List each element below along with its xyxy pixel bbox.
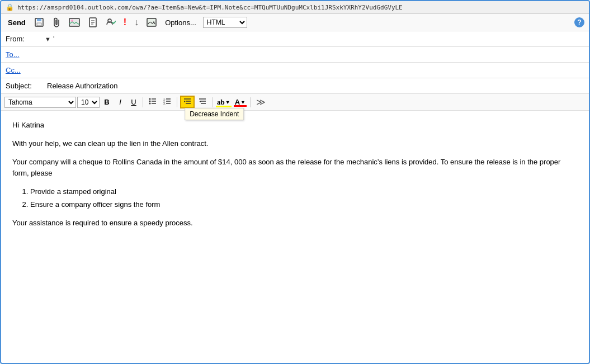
svg-rect-10 bbox=[147, 18, 156, 26]
cc-row: Cc... bbox=[1, 63, 589, 78]
to-label[interactable]: To... bbox=[6, 50, 45, 59]
priority-high-icon[interactable]: ! bbox=[122, 16, 128, 29]
separator-2 bbox=[177, 97, 177, 107]
from-value: ' bbox=[51, 34, 584, 44]
priority-low-icon[interactable]: ↓ bbox=[133, 16, 140, 29]
svg-text:3.: 3. bbox=[163, 102, 166, 105]
lock-icon: 🔒 bbox=[6, 3, 14, 11]
list-item-1: Provide a stamped original bbox=[30, 186, 578, 198]
url-text: https://amsprd0104.outlook.com/owa/?ae=I… bbox=[17, 4, 403, 11]
main-toolbar: Send bbox=[1, 14, 589, 31]
increase-indent-button[interactable] bbox=[180, 96, 195, 108]
svg-point-15 bbox=[149, 103, 151, 105]
separator-4 bbox=[250, 97, 251, 107]
bold-button[interactable]: B bbox=[101, 97, 113, 107]
ordered-list-button[interactable]: 1. 2. 3. bbox=[161, 96, 174, 108]
address-bar: 🔒 https://amsprd0104.outlook.com/owa/?ae… bbox=[1, 1, 589, 14]
address-book-icon[interactable] bbox=[86, 16, 100, 29]
body-line: Your company will a cheque to Rollins Ca… bbox=[12, 157, 578, 180]
to-input[interactable] bbox=[45, 49, 584, 60]
unordered-list-button[interactable] bbox=[146, 96, 159, 108]
save-icon[interactable] bbox=[32, 16, 46, 29]
compose-window: Send bbox=[1, 14, 589, 278]
cc-label[interactable]: Cc... bbox=[6, 66, 45, 74]
browser-window: 🔒 https://amsprd0104.outlook.com/owa/?ae… bbox=[0, 0, 590, 364]
font-color-button[interactable]: A ▼ bbox=[233, 97, 247, 107]
from-row: From: ▼ ' bbox=[1, 31, 589, 47]
svg-rect-2 bbox=[37, 23, 41, 26]
format-select[interactable]: HTML Plain Text bbox=[203, 17, 247, 28]
attachment-icon[interactable] bbox=[50, 16, 63, 29]
from-label: From: bbox=[6, 35, 45, 43]
separator-1 bbox=[143, 97, 143, 107]
font-size-select[interactable]: 10 12 14 16 bbox=[77, 97, 100, 108]
to-row: To... bbox=[1, 47, 589, 63]
font-select[interactable]: Tahoma Arial Times New Roman bbox=[4, 97, 76, 108]
underline-button[interactable]: U bbox=[128, 97, 140, 107]
svg-point-13 bbox=[149, 101, 151, 102]
cc-input[interactable] bbox=[45, 65, 584, 75]
svg-rect-1 bbox=[37, 18, 41, 21]
requirements-list: Provide a stamped original Ensure a comp… bbox=[30, 186, 578, 211]
subject-label: Subject: bbox=[6, 82, 45, 90]
more-format-button[interactable]: ≫ bbox=[253, 96, 268, 108]
email-body[interactable]: Hi Katrina With your help, we can clean … bbox=[1, 111, 589, 278]
highlight-color-button[interactable]: ab ▼ bbox=[215, 97, 232, 108]
italic-button[interactable]: I bbox=[114, 97, 126, 107]
help-button[interactable]: ? bbox=[574, 17, 584, 27]
svg-point-11 bbox=[149, 98, 151, 100]
options-button[interactable]: Options... bbox=[163, 17, 199, 28]
separator-3 bbox=[212, 97, 213, 107]
signature-icon[interactable] bbox=[145, 17, 158, 28]
decrease-indent-button[interactable] bbox=[196, 96, 209, 108]
format-toolbar: Tahoma Arial Times New Roman 10 12 14 16… bbox=[1, 94, 589, 111]
subject-row: Subject: bbox=[1, 78, 589, 94]
list-item-2: Ensure a company officer signs the form bbox=[30, 199, 578, 211]
from-dropdown[interactable]: ▼ bbox=[45, 36, 51, 42]
decrease-indent-wrapper: Decrease Indent bbox=[196, 96, 209, 108]
send-button[interactable]: Send bbox=[6, 17, 28, 28]
subject-input[interactable] bbox=[45, 81, 584, 91]
svg-rect-3 bbox=[69, 18, 79, 26]
closing-line: Your assistance is required to ensure a … bbox=[12, 218, 578, 229]
check-names-icon[interactable] bbox=[104, 17, 117, 28]
greeting-line: Hi Katrina bbox=[12, 120, 578, 131]
image-icon[interactable] bbox=[67, 17, 82, 28]
font-color-dropdown-icon[interactable]: ▼ bbox=[240, 100, 246, 105]
intro-line: With your help, we can clean up the lien… bbox=[12, 138, 578, 150]
highlight-dropdown-icon[interactable]: ▼ bbox=[225, 100, 230, 105]
